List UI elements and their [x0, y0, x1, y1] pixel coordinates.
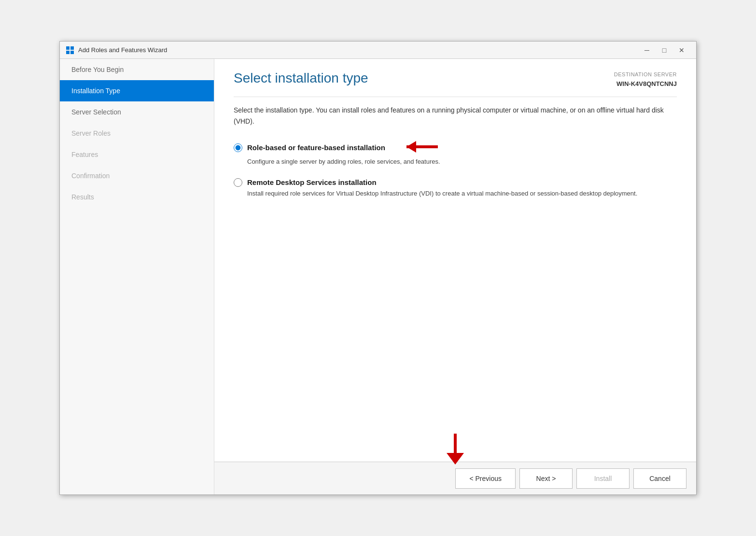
description-text: Select the installation type. You can in… — [234, 105, 677, 127]
left-arrow-annotation — [397, 140, 440, 155]
wizard-window: Add Roles and Features Wizard ─ □ ✕ Befo… — [59, 41, 697, 495]
sidebar-item-before-you-begin[interactable]: Before You Begin — [60, 59, 214, 80]
maximize-button[interactable]: □ — [656, 43, 673, 57]
sidebar-item-server-selection[interactable]: Server Selection — [60, 101, 214, 123]
footer: < Previous Next > Install Cancel — [214, 462, 696, 494]
main-panel: Select installation type DESTINATION SER… — [214, 59, 696, 494]
sidebar-item-features: Features — [60, 144, 214, 165]
content-area: Before You Begin Installation Type Serve… — [60, 59, 696, 494]
option-remote-desktop-description: Install required role services for Virtu… — [247, 189, 677, 198]
page-title: Select installation type — [234, 71, 368, 86]
svg-rect-0 — [66, 46, 70, 50]
option-role-based: Role-based or feature-based installation — [234, 140, 677, 167]
option-remote-desktop-header: Remote Desktop Services installation — [234, 178, 677, 187]
sidebar-item-confirmation: Confirmation — [60, 165, 214, 186]
cancel-button[interactable]: Cancel — [633, 468, 686, 489]
main-header: Select installation type DESTINATION SER… — [214, 59, 696, 89]
option-role-based-label: Role-based or feature-based installation — [247, 143, 385, 152]
svg-rect-2 — [66, 51, 70, 54]
option-remote-desktop: Remote Desktop Services installation Ins… — [234, 178, 677, 198]
svg-marker-5 — [406, 141, 416, 153]
window-title: Add Roles and Features Wizard — [78, 46, 167, 54]
arrow-shaft — [454, 434, 457, 453]
main-content: Select the installation type. You can in… — [214, 105, 696, 462]
option-remote-desktop-label: Remote Desktop Services installation — [247, 178, 377, 186]
svg-rect-3 — [70, 51, 74, 54]
sidebar-item-server-roles: Server Roles — [60, 123, 214, 144]
arrow-head — [447, 453, 464, 465]
destination-server: DESTINATION SERVER WIN-K4V8QNTCNNJ — [614, 71, 677, 89]
window-controls: ─ □ ✕ — [638, 43, 690, 57]
destination-label: DESTINATION SERVER — [614, 71, 677, 79]
radio-remote-desktop[interactable] — [234, 178, 242, 187]
title-bar-left: Add Roles and Features Wizard — [66, 46, 167, 55]
sidebar: Before You Begin Installation Type Serve… — [60, 59, 214, 494]
header-divider — [234, 97, 677, 97]
app-icon — [66, 46, 74, 55]
title-bar: Add Roles and Features Wizard ─ □ ✕ — [60, 42, 696, 59]
option-role-based-header: Role-based or feature-based installation — [234, 140, 677, 155]
previous-button[interactable]: < Previous — [455, 468, 516, 489]
sidebar-item-results: Results — [60, 186, 214, 208]
sidebar-item-installation-type[interactable]: Installation Type — [60, 80, 214, 101]
footer-down-arrow — [447, 434, 464, 465]
radio-role-based[interactable] — [234, 143, 242, 152]
install-button[interactable]: Install — [576, 468, 630, 489]
next-button[interactable]: Next > — [519, 468, 573, 489]
option-role-based-description: Configure a single server by adding role… — [247, 157, 677, 167]
destination-name: WIN-K4V8QNTCNNJ — [614, 79, 677, 89]
svg-rect-1 — [70, 46, 74, 50]
close-button[interactable]: ✕ — [673, 43, 690, 57]
option-group: Role-based or feature-based installation — [234, 140, 677, 198]
minimize-button[interactable]: ─ — [638, 43, 656, 57]
